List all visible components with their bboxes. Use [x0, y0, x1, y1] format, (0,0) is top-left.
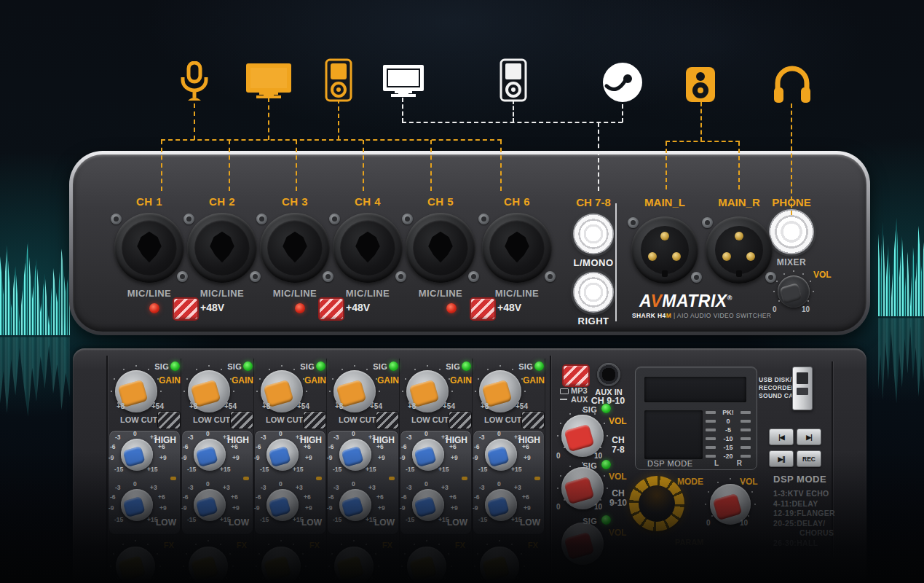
strip-3-low-label: LOW: [374, 517, 395, 528]
channel-strip-4: SIG GAIN +8 +54 LOW CUT HIGH: [399, 359, 473, 577]
third-vol-knob[interactable]: [561, 523, 604, 565]
meter-row-1: 0: [706, 418, 751, 424]
connector-headphones: [791, 103, 792, 215]
strip-5-fx-knob[interactable]: [480, 547, 519, 583]
connector-drop-main-r: [738, 141, 740, 189]
ch78-vol-target-label: CH 7-8: [604, 436, 632, 455]
strip-1-sig-label: SIG: [213, 362, 242, 371]
phantom-button-2[interactable]: [318, 297, 344, 321]
strip-4-lowcut-switch[interactable]: [449, 411, 472, 429]
ch78-vol-knob[interactable]: [561, 415, 604, 457]
main-r-label: MAIN_R: [714, 196, 765, 208]
mixer-vol-knob[interactable]: [778, 275, 810, 308]
dsp-list-line-2: 12-19:FLANGER: [773, 509, 868, 519]
channel-3: CH 4 MIC/LINE: [328, 195, 408, 299]
mixer-control-panel: SIG GAIN +8 +54 LOW CUT HIGH: [73, 348, 866, 583]
ch78-right-label: RIGHT: [569, 316, 618, 326]
next-track-button[interactable]: ▶|: [797, 429, 821, 445]
strip-5-gain-max: +54: [516, 402, 528, 410]
channel-5: CH 6 MIC/LINE: [477, 195, 557, 299]
strip-2-fx-indicator: [316, 477, 322, 480]
channel-1-label: CH 2: [182, 195, 262, 208]
phantom-button-1[interactable]: [173, 297, 199, 321]
strip-2-lowcut-switch[interactable]: [303, 411, 326, 429]
dsp-list-title: DSP MODE: [773, 474, 868, 485]
strip-0-fx-knob[interactable]: [116, 547, 155, 583]
screw-icon: [402, 214, 413, 224]
channel-strip-2: SIG GAIN +8 +54 LOW CUT HIGH: [253, 359, 327, 577]
strip-2-sig-label: SIG: [285, 362, 315, 371]
meter-right-label: R: [737, 459, 742, 467]
record-button[interactable]: REC: [797, 450, 821, 467]
strip-3-fx-knob[interactable]: [334, 547, 374, 583]
channel-0: CH 1 MIC/LINE: [109, 195, 189, 299]
strip-1-gain-label: GAIN: [232, 375, 253, 386]
strip-5-fx-label: FX: [528, 541, 538, 549]
strip-4-sig-label: SIG: [431, 362, 460, 371]
strip-5-eq-section: HIGH 0 -3 +3 -6 +6 -9 +9 -15: [473, 430, 545, 535]
channel-strip-0: SIG GAIN +8 +54 LOW CUT HIGH: [108, 359, 181, 577]
mp3-aux-select-button[interactable]: [562, 364, 590, 387]
channel-2-combo-jack: [260, 213, 330, 283]
strip-1-fx-knob[interactable]: [189, 547, 228, 583]
channel-0-label: CH 1: [109, 195, 189, 208]
strip-1-lowcut-switch[interactable]: [230, 411, 253, 429]
channel-strip-1: SIG GAIN +8 +54 LOW CUT HIGH: [181, 359, 254, 577]
channel-strip-5: SIG GAIN +8 +54 LOW CUT HIGH: [472, 359, 545, 577]
level-meter: PK! 0 -5: [706, 409, 751, 460]
media-player-2-icon: [499, 58, 527, 102]
strip-3-gain-min: +8: [335, 402, 343, 410]
connector-drop-ch6: [500, 140, 502, 191]
ch78-left-jack: [573, 214, 614, 254]
channel-1-combo-jack: [187, 213, 257, 283]
dsp-list-line-3: 20-25:DELAY/: [773, 519, 868, 529]
screw-icon: [329, 214, 340, 224]
strip-1-gain-max: +54: [224, 402, 237, 410]
channel-strip-3: SIG GAIN +8 +54 LOW CUT HIGH: [326, 359, 400, 577]
strip-5-sig-label: SIG: [504, 362, 533, 371]
play-pause-button[interactable]: ▶||: [769, 450, 794, 467]
connector-computer: [402, 98, 403, 122]
main-l-label: MAIN_L: [639, 196, 690, 208]
headphones-icon: [773, 63, 812, 105]
prev-track-button[interactable]: |◀: [769, 429, 794, 445]
strip-0-gain-min: +8: [117, 402, 125, 410]
section-divider: [615, 203, 617, 321]
channel-1: CH 2 MIC/LINE: [182, 195, 262, 299]
plug-icon: [560, 399, 567, 400]
strip-3-lowcut-switch[interactable]: [376, 411, 399, 429]
strip-2-lowcut-label: LOW CUT: [266, 415, 303, 424]
dsp-mode-knob[interactable]: [629, 476, 684, 531]
phantom-label-1: +48V: [200, 302, 224, 313]
aux3-vol-label: VOL: [609, 528, 627, 538]
strip-4-fx-knob[interactable]: [407, 547, 446, 583]
connector-drop-ch4: [363, 140, 364, 191]
strip-5-lowcut-switch[interactable]: [521, 411, 545, 429]
dsp-mode-list: DSP MODE 1-3:KTV ECHO 4-11:DELAY 12-19:F…: [773, 474, 868, 548]
mixer-top-panel: CH 1 MIC/LINE CH 2 MIC/: [69, 151, 870, 335]
phantom-led-1: [149, 303, 159, 313]
aux1-sig-label: SIG: [571, 405, 597, 414]
dsp-list-line-0: 1-3:KTV ECHO: [773, 489, 868, 499]
strip-0-sig-led: [170, 361, 180, 371]
dsp-mode-screen: [644, 410, 703, 459]
phantom-button-3[interactable]: [470, 297, 496, 321]
strip-0-gain-label: GAIN: [159, 375, 181, 386]
meter-row-0: PK!: [706, 409, 751, 415]
strip-3-gain-label: GAIN: [377, 375, 399, 386]
strip-4-fx-indicator: [462, 477, 467, 480]
strip-2-fx-knob[interactable]: [261, 547, 301, 583]
strip-5-gain-min: +8: [481, 402, 489, 410]
strip-5-gain-label: GAIN: [523, 375, 545, 386]
channel-5-label: CH 6: [477, 195, 557, 208]
strip-1-low-label: LOW: [229, 517, 249, 528]
channel-4: CH 5 MIC/LINE: [400, 195, 481, 299]
connector-turntable: [622, 104, 623, 122]
screw-icon: [702, 217, 713, 228]
connector-player: [338, 99, 339, 140]
strip-1-sig-led: [243, 361, 253, 371]
channel-5-combo-jack: [482, 213, 552, 283]
strip-3-sig-label: SIG: [358, 362, 387, 371]
strip-0-lowcut-switch[interactable]: [157, 411, 181, 429]
connector-bus-white: [402, 122, 623, 123]
